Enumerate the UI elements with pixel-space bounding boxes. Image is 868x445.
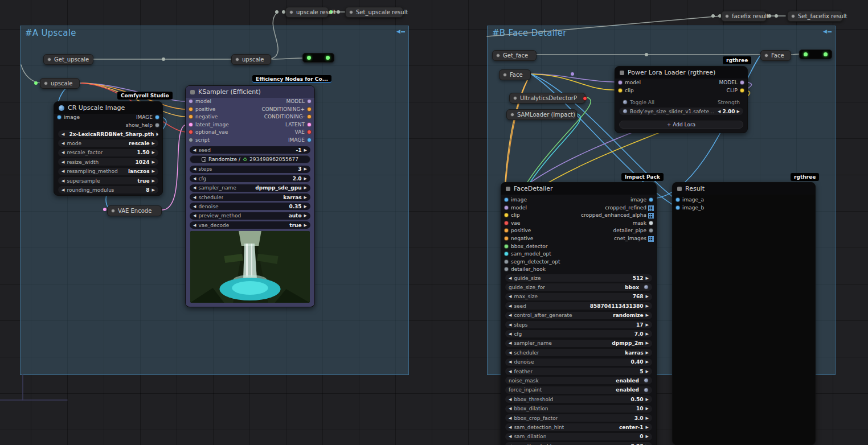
- collapse-dot-icon[interactable]: [513, 96, 517, 100]
- lora-toggle-icon[interactable]: [623, 109, 628, 114]
- toggle-dot-icon[interactable]: [644, 285, 649, 290]
- input-slot-dot[interactable]: [618, 80, 623, 85]
- cnode-facefix-result[interactable]: facefix result: [721, 11, 767, 22]
- decrement-arrow-icon[interactable]: ◀: [509, 425, 511, 430]
- decrement-arrow-icon[interactable]: ◀: [193, 186, 196, 190]
- collapse-dot-icon[interactable]: [289, 10, 293, 14]
- cnode-get-face[interactable]: Get_face: [492, 50, 537, 61]
- increment-arrow-icon[interactable]: ▶: [152, 150, 155, 155]
- graph-canvas[interactable]: #A Upscale◀#B Face Detailer◀upscale resu…: [0, 0, 868, 445]
- increment-arrow-icon[interactable]: ▶: [152, 188, 155, 192]
- input-slot-dot[interactable]: [504, 197, 509, 202]
- output-slot-dot[interactable]: [649, 197, 653, 202]
- increment-arrow-icon[interactable]: ▶: [304, 223, 307, 228]
- toggle-dot-icon[interactable]: [644, 388, 649, 393]
- increment-arrow-icon[interactable]: ▶: [156, 132, 158, 137]
- widget-sampler-name[interactable]: ◀sampler_namedpmpp_sde_gpu▶: [190, 184, 310, 192]
- node-title-bar[interactable]: CR Upscale Image: [54, 102, 162, 114]
- decrement-arrow-icon[interactable]: ◀: [509, 397, 511, 402]
- input-slot-dot[interactable]: [504, 259, 509, 264]
- input-slot-dot[interactable]: [504, 228, 509, 233]
- input-slot-dot[interactable]: [504, 244, 509, 249]
- increment-arrow-icon[interactable]: ▶: [646, 360, 649, 364]
- node-title-bar[interactable]: Power Lora Loader (rgthree): [615, 67, 747, 79]
- collapse-dot-icon[interactable]: [725, 14, 729, 18]
- output-slot-dot[interactable]: [307, 122, 312, 127]
- decrement-arrow-icon[interactable]: ◀: [509, 276, 511, 281]
- widget-cfg[interactable]: ◀cfg7.0▶: [505, 330, 652, 337]
- widget-resampling-method[interactable]: ◀resampling_methodlanczos▶: [58, 168, 158, 175]
- decrement-arrow-icon[interactable]: ◀: [193, 148, 196, 153]
- widget-scheduler[interactable]: ◀schedulerkarras▶: [505, 349, 652, 356]
- input-slot-dot[interactable]: [618, 88, 623, 93]
- output-slot-dot[interactable]: [307, 107, 312, 112]
- decrement-arrow-icon[interactable]: ◀: [509, 313, 511, 318]
- grid-output-icon[interactable]: [648, 205, 654, 211]
- widget-preview-method[interactable]: ◀preview_methodauto▶: [190, 212, 310, 220]
- increment-arrow-icon[interactable]: ▶: [304, 167, 307, 171]
- collapse-dot-icon[interactable]: [791, 14, 795, 18]
- increment-arrow-icon[interactable]: ▶: [304, 195, 307, 200]
- increment-arrow-icon[interactable]: ▶: [646, 276, 649, 281]
- collapse-dot-icon[interactable]: [111, 209, 115, 213]
- increment-arrow-icon[interactable]: ▶: [646, 332, 649, 336]
- increment-arrow-icon[interactable]: ▶: [304, 148, 307, 153]
- cnode-face[interactable]: Face: [499, 69, 531, 80]
- decrement-arrow-icon[interactable]: ◀: [509, 304, 511, 308]
- collapse-dot-icon[interactable]: [496, 53, 500, 57]
- collapse-dot-icon[interactable]: [503, 73, 507, 77]
- widget-sampler-name[interactable]: ◀sampler_namedpmpp_2m▶: [505, 340, 652, 347]
- output-dot[interactable]: [583, 96, 587, 101]
- muted-node[interactable]: [799, 50, 832, 59]
- widget-rounding-modulus[interactable]: ◀rounding_modulus8▶: [58, 186, 158, 193]
- increment-arrow-icon[interactable]: ▶: [152, 160, 155, 164]
- input-slot-dot[interactable]: [189, 99, 193, 104]
- widget-bbox-crop-factor[interactable]: ◀bbox_crop_factor3.0▶: [505, 414, 652, 422]
- input-slot-dot[interactable]: [504, 221, 509, 225]
- widget-steps[interactable]: ◀steps3▶: [190, 166, 310, 173]
- node-title-bar[interactable]: FaceDetailer: [501, 183, 656, 195]
- input-slot-dot[interactable]: [189, 130, 193, 134]
- cnode-set-upscale-result[interactable]: Set_upscale result: [345, 7, 403, 18]
- cnode-set-facefix-result[interactable]: Set_facefix result: [787, 11, 843, 22]
- increment-arrow-icon[interactable]: ▶: [646, 397, 649, 402]
- widget-guide-size[interactable]: ◀guide_size512▶: [505, 274, 652, 282]
- widget-add-lora[interactable]: + Add Lora: [619, 121, 743, 129]
- decrement-arrow-icon[interactable]: ◀: [193, 204, 196, 209]
- lora-strength[interactable]: ◀2.00▶: [718, 109, 740, 114]
- widget-bbox-threshold[interactable]: ◀bbox_threshold0.50▶: [505, 395, 652, 403]
- input-slot-dot[interactable]: [57, 115, 62, 120]
- toggle-all-icon[interactable]: [623, 100, 628, 105]
- cnode-ultralyticsdetectorp[interactable]: UltralyticsDetectorP: [509, 93, 586, 104]
- collapse-dot-icon[interactable]: [235, 57, 239, 61]
- node-facedetailer[interactable]: FaceDetailerimageimagemodelcropped_refin…: [501, 182, 657, 445]
- cnode-samloader-impact[interactable]: SAMLoader (Impact): [506, 109, 577, 120]
- toggle-dot-icon[interactable]: [644, 378, 649, 383]
- decrement-arrow-icon[interactable]: ◀: [62, 160, 64, 164]
- widget-seed[interactable]: ◀seed-1▶: [190, 146, 310, 154]
- input-slot-dot[interactable]: [504, 236, 509, 241]
- widget-max-size[interactable]: ◀max_size768▶: [505, 293, 652, 300]
- widget-noise-mask[interactable]: noise_maskenabled: [505, 377, 652, 384]
- muted-node[interactable]: [302, 53, 334, 63]
- decrement-arrow-icon[interactable]: ◀: [509, 332, 511, 336]
- decrement-arrow-icon[interactable]: ◀: [718, 109, 720, 114]
- node-ksampler-efficient[interactable]: KSampler (Efficient)modelMODELpositiveCO…: [185, 85, 315, 307]
- decrement-arrow-icon[interactable]: ◀: [509, 360, 511, 364]
- decrement-arrow-icon[interactable]: ◀: [193, 223, 196, 228]
- widget-guide-size-for[interactable]: guide_size_forbbox: [505, 283, 652, 291]
- collapse-dot-icon[interactable]: [510, 113, 514, 117]
- decrement-arrow-icon[interactable]: ◀: [62, 141, 64, 146]
- node-power-lora-loader-rgthree[interactable]: Power Lora Loader (rgthree)modelMODELcli…: [615, 66, 748, 133]
- increment-arrow-icon[interactable]: ▶: [646, 294, 649, 299]
- increment-arrow-icon[interactable]: ▶: [646, 434, 649, 439]
- widget-feather[interactable]: ◀feather5▶: [505, 368, 652, 375]
- increment-arrow-icon[interactable]: ▶: [646, 351, 649, 355]
- cnode-face[interactable]: Face: [760, 50, 791, 61]
- increment-arrow-icon[interactable]: ▶: [737, 109, 740, 114]
- input-slot-dot[interactable]: [504, 267, 509, 271]
- widget-upscale-model[interactable]: ◀upscale_model2x-LexicaRRDBNet_Sharp.pth…: [58, 130, 158, 138]
- output-slot-dot[interactable]: [649, 228, 653, 233]
- cnode-upscale-result[interactable]: upscale result: [285, 7, 329, 18]
- increment-arrow-icon[interactable]: ▶: [646, 323, 649, 327]
